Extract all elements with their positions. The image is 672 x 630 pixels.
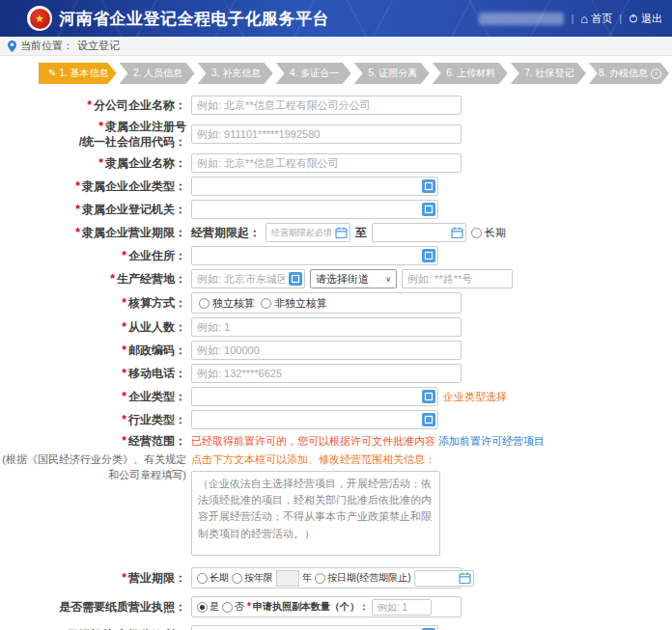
tab-label: 8. 办税信息 xyxy=(599,67,648,80)
picker-icon[interactable] xyxy=(422,249,435,262)
radio-icon xyxy=(315,573,325,584)
radio-icon xyxy=(199,298,210,309)
company-address-input[interactable] xyxy=(191,246,438,265)
picker-icon[interactable] xyxy=(289,272,302,286)
address-label: *企业住所： xyxy=(0,248,191,263)
parent-name-label: *隶属企业名称： xyxy=(0,155,191,171)
term-years-radio[interactable]: 按年限 xyxy=(232,571,273,585)
accounting-nonindependent-radio[interactable]: 非独立核算 xyxy=(261,296,327,311)
nav-separator: | xyxy=(571,13,574,24)
form-row-parent-authority: *隶属企业登记机关： xyxy=(0,200,672,219)
paper-yes-radio[interactable]: 是 xyxy=(197,600,219,614)
required-mark: * xyxy=(98,156,103,170)
street-select[interactable]: 请选择街道 ∨ xyxy=(310,269,397,288)
username-blurred xyxy=(479,13,564,25)
parent-longterm-radio[interactable]: 长期 xyxy=(471,226,506,240)
tab-step-3-supplementary-info[interactable]: 3. 补充信息 xyxy=(198,63,273,84)
required-mark: * xyxy=(75,179,80,193)
form-row-ent-type: *企业类型： 企业类型选择 xyxy=(0,387,672,406)
home-link[interactable]: ⌂ 首页 xyxy=(580,12,612,26)
term-start-label: 经营期限起： xyxy=(191,225,261,241)
years-count-input[interactable] xyxy=(276,570,299,587)
home-label: 首页 xyxy=(591,12,612,26)
enterprise-type-select-link[interactable]: 企业类型选择 xyxy=(443,390,507,404)
logout-label: 退出 xyxy=(641,12,662,26)
label-text: 隶属企业营业期限： xyxy=(82,226,186,239)
postcode-input[interactable] xyxy=(191,341,462,360)
branch-name-input[interactable] xyxy=(191,96,462,115)
required-mark: * xyxy=(75,203,80,216)
radio-icon xyxy=(232,573,242,584)
picker-icon[interactable] xyxy=(422,179,435,193)
label-text: 经营范围： xyxy=(128,434,186,448)
tab-label: 6. 上传材料 xyxy=(446,67,495,80)
tab-step-2-personnel-info[interactable]: 2. 人员信息 xyxy=(120,63,195,84)
road-address-input[interactable] xyxy=(402,269,513,288)
parent-type-label: *隶属企业企业类型： xyxy=(0,178,191,194)
term-to-label: 至 xyxy=(355,225,367,241)
breadcrumb: 当前位置： 设立登记 xyxy=(0,37,672,56)
term-box: 长期 按年限 年 按日期(经营期限止) xyxy=(191,567,462,589)
parent-company-type-input[interactable] xyxy=(191,177,438,196)
business-scope-textarea[interactable]: （企业依法自主选择经营项目，开展经营活动；依法须经批准的项目，经相关部门批准后依… xyxy=(191,471,440,556)
employees-input[interactable] xyxy=(191,317,462,337)
app-title: 河南省企业登记全程电子化服务平台 xyxy=(59,8,329,30)
mobile-input[interactable] xyxy=(191,364,462,383)
parent-term-label: *隶属企业营业期限： xyxy=(0,225,191,240)
picker-icon[interactable] xyxy=(422,413,435,426)
tab-step-1-basic-info[interactable]: ✎ 1. 基本信息 xyxy=(39,63,117,84)
label-text: 核算方式： xyxy=(128,296,186,310)
required-mark: * xyxy=(98,120,103,133)
breadcrumb-current: 设立登记 xyxy=(77,39,120,53)
select-value: 请选择街道 xyxy=(316,272,369,287)
add-permit-link[interactable]: 添加前置许可经营项目 xyxy=(438,435,545,447)
form-row-parent-term: *隶属企业营业期限： 经营期限起： 至 xyxy=(0,223,672,242)
label-text: 移动电话： xyxy=(128,367,186,380)
registry-authority-input[interactable] xyxy=(191,625,438,630)
scope-label-note: (根据《国民经济行业分类》、有关规定和公司章程填写) xyxy=(0,452,186,483)
term-bydate-radio[interactable]: 按日期(经营期限止) xyxy=(315,571,411,585)
paper-no-radio[interactable]: 否 xyxy=(222,600,244,614)
tab-step-7-social-security[interactable]: 7. 社保登记 xyxy=(511,63,586,84)
form-row-accounting: *核算方式： 独立核算 非独立核算 xyxy=(0,292,672,314)
main-content: ✎ 1. 基本信息 2. 人员信息 3. 补充信息 4. 多证合一 5. 证照分… xyxy=(0,63,672,630)
term-long-radio[interactable]: 长期 xyxy=(197,571,229,585)
enterprise-type-input[interactable] xyxy=(191,387,438,406)
year-unit-label: 年 xyxy=(302,571,312,585)
accounting-independent-radio[interactable]: 独立核算 xyxy=(199,296,255,311)
required-mark: * xyxy=(247,601,251,612)
picker-icon[interactable] xyxy=(422,390,435,403)
logout-link[interactable]: 退出 xyxy=(629,12,662,26)
form-row-postcode: *邮政编码： xyxy=(0,341,672,360)
paper-license-box: 是 否 *申请执照副本数量（个）： xyxy=(191,596,462,617)
postcode-label: *邮政编码： xyxy=(0,342,191,358)
accounting-box: 独立核算 非独立核算 xyxy=(191,292,462,314)
calendar-icon[interactable] xyxy=(335,227,348,239)
parent-credit-code-input[interactable] xyxy=(191,124,462,144)
form-row-branch-name: *分公司企业名称： xyxy=(0,96,672,115)
parent-authority-label: *隶属企业登记机关： xyxy=(0,202,191,217)
radio-label: 否 xyxy=(235,600,244,614)
label-text: 企业住所： xyxy=(128,249,186,262)
circle-arrow-icon: › xyxy=(651,68,661,79)
calendar-icon[interactable] xyxy=(459,572,471,585)
license-copies-input[interactable] xyxy=(372,599,432,616)
parent-registry-authority-input[interactable] xyxy=(191,200,438,219)
radio-icon xyxy=(197,573,208,584)
parent-code-label: *隶属企业注册号 /统一社会信用代码： xyxy=(0,119,191,150)
tab-step-6-upload-materials[interactable]: 6. 上传材料 xyxy=(433,63,508,84)
parent-company-name-input[interactable] xyxy=(191,153,462,173)
label-text: 隶属企业企业类型： xyxy=(82,179,186,193)
tab-step-4-multi-cert[interactable]: 4. 多证合一 xyxy=(276,63,351,84)
calendar-icon[interactable] xyxy=(451,227,463,239)
paper-license-label: 是否需要纸质营业执照： xyxy=(0,599,191,615)
picker-icon[interactable] xyxy=(422,203,435,216)
industry-type-input[interactable] xyxy=(191,410,438,429)
label-text: 是否需要纸质营业执照： xyxy=(59,600,186,614)
tab-step-8-tax-info[interactable]: 8. 办税信息 › xyxy=(589,63,669,84)
tab-label: 1. 基本信息 xyxy=(59,67,108,80)
chevron-down-icon: ∨ xyxy=(385,275,391,284)
emblem-star-icon: ★ xyxy=(30,9,50,29)
tab-step-5-cert-separation[interactable]: 5. 证照分离 xyxy=(354,63,430,84)
label-text: /统一社会信用代码： xyxy=(79,135,186,149)
